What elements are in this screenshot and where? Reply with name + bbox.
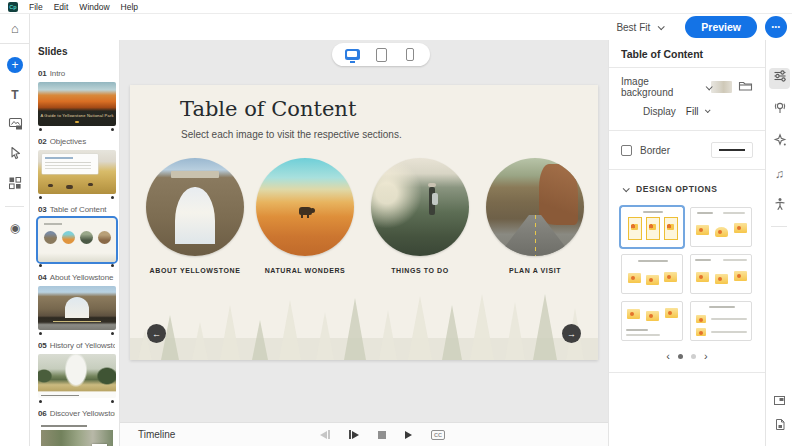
slide-number: 03 <box>38 205 47 214</box>
slide-thumbnail[interactable] <box>38 286 116 330</box>
slide-item-04[interactable]: 04About Yellowstone Nation... <box>38 273 115 335</box>
section-image-plan-a-visit[interactable] <box>486 158 584 256</box>
menu-window[interactable]: Window <box>79 2 109 12</box>
add-slide-button[interactable]: + <box>0 50 30 80</box>
record-button[interactable]: ◉ <box>0 213 30 243</box>
thumbnail-art <box>62 231 75 244</box>
timeline-bar[interactable]: Timeline CC <box>120 422 608 446</box>
chevron-down-icon[interactable] <box>658 23 665 30</box>
previous-slide-button[interactable]: ← <box>147 324 166 343</box>
widgets-tool-button[interactable] <box>0 170 30 200</box>
pager-dot[interactable] <box>691 354 696 359</box>
notes-icon <box>774 417 786 435</box>
menu-edit[interactable]: Edit <box>54 2 69 12</box>
slide-label: 06Discover Yellowstone <box>38 409 115 419</box>
image-art <box>539 164 578 225</box>
thumbnail-handles <box>38 196 115 199</box>
play-button[interactable] <box>405 431 412 439</box>
menu-help[interactable]: Help <box>121 2 138 12</box>
panel-toggle-button[interactable] <box>766 390 792 414</box>
pager-prev-icon[interactable]: ‹ <box>666 351 670 362</box>
slide-label: 01Intro <box>38 69 115 79</box>
home-icon: ⌂ <box>11 22 19 35</box>
home-button[interactable]: ⌂ <box>0 14 30 44</box>
border-section: Border <box>609 131 765 170</box>
slide-label: 05History of Yellowstone <box>38 341 115 351</box>
desktop-view-button[interactable] <box>342 45 362 65</box>
image-background-section: Image background Display Fill <box>609 68 765 131</box>
design-option-4[interactable] <box>690 254 752 294</box>
design-option-5[interactable] <box>621 301 683 341</box>
design-option-1-selected[interactable] <box>621 207 683 247</box>
design-option-6[interactable] <box>690 301 752 341</box>
section-image-natural-wonders[interactable] <box>256 158 354 256</box>
thumbnail-art <box>44 231 57 244</box>
design-option-2[interactable] <box>690 207 752 247</box>
slide-number: 06 <box>38 409 47 418</box>
panel-title-text: Table of Content <box>621 48 703 60</box>
preview-button[interactable]: Preview <box>685 16 757 38</box>
design-option-3[interactable] <box>621 254 683 294</box>
thumbnail-art <box>80 231 93 244</box>
slide-heading[interactable]: Table of Content <box>180 97 356 121</box>
tablet-view-button[interactable] <box>371 45 391 65</box>
cc-icon: CC <box>431 430 445 440</box>
section-image-about-yellowstone[interactable] <box>146 158 244 256</box>
image-art <box>299 207 312 215</box>
image-art <box>171 171 218 178</box>
slide-thumbnail[interactable] <box>38 354 116 398</box>
zoom-fit-dropdown[interactable]: Best Fit <box>616 22 650 33</box>
tablet-icon <box>376 48 387 62</box>
display-mode-dropdown[interactable]: Fill <box>686 106 699 117</box>
canvas-workspace: Table of Content Select each image to vi… <box>120 40 608 422</box>
slide-thumbnail[interactable] <box>38 422 116 446</box>
border-style-swatch[interactable] <box>711 142 753 158</box>
text-tool-button[interactable]: T <box>0 80 30 110</box>
pager-dot-active[interactable] <box>678 354 683 359</box>
folder-icon[interactable] <box>738 80 753 94</box>
chevron-down-icon[interactable] <box>623 185 630 192</box>
thumbnail-handles <box>38 264 115 267</box>
step-forward-button[interactable] <box>349 430 359 439</box>
monitor-icon <box>345 49 360 60</box>
slide-canvas[interactable]: Table of Content Select each image to vi… <box>130 85 598 360</box>
step-back-button[interactable] <box>320 430 330 439</box>
slide-number: 01 <box>38 69 47 78</box>
thumbnail-art <box>65 297 89 318</box>
slide-thumbnail[interactable] <box>38 150 116 194</box>
slide-item-06[interactable]: 06Discover Yellowstone <box>38 409 115 446</box>
slide-title: History of Yellowstone <box>50 341 115 350</box>
properties-tab-button[interactable] <box>766 62 792 94</box>
tree-silhouette-art <box>130 288 598 360</box>
slide-thumbnail[interactable] <box>38 218 116 262</box>
background-image-preview[interactable] <box>711 81 732 93</box>
chevron-down-icon[interactable] <box>704 107 710 113</box>
slide-item-03-selected[interactable]: 03Table of Content <box>38 205 115 267</box>
effects-tab-button[interactable] <box>766 126 792 158</box>
mobile-view-button[interactable] <box>400 45 420 65</box>
slide-thumbnail[interactable]: A Guide to Yellowstone National Park <box>38 82 116 126</box>
notes-button[interactable] <box>766 414 792 438</box>
accessibility-tab-button[interactable] <box>766 190 792 222</box>
media-tool-button[interactable] <box>0 110 30 140</box>
slide-item-05[interactable]: 05History of Yellowstone <box>38 341 115 403</box>
next-slide-button[interactable]: → <box>562 324 581 343</box>
closed-captions-button[interactable]: CC <box>431 430 445 440</box>
slide-item-01[interactable]: 01Intro A Guide to Yellowstone National … <box>38 69 115 131</box>
thumbnail-art <box>75 121 79 124</box>
stop-button[interactable] <box>378 431 386 439</box>
border-checkbox[interactable] <box>621 145 632 156</box>
interactions-tab-button[interactable] <box>766 94 792 126</box>
more-options-button[interactable]: ••• <box>765 16 787 38</box>
section-image-things-to-do[interactable] <box>371 158 469 256</box>
interactions-tool-button[interactable] <box>0 140 30 170</box>
slide-title: Table of Content <box>50 205 107 214</box>
slide-item-02[interactable]: 02Objectives <box>38 137 115 199</box>
thumbnail-art <box>41 425 87 427</box>
slide-subheading[interactable]: Select each image to visit the respectiv… <box>181 129 402 140</box>
pager-next-icon[interactable]: › <box>704 351 708 362</box>
menu-file[interactable]: File <box>29 2 43 12</box>
slide-title: Discover Yellowstone <box>50 409 115 418</box>
left-toolbar: ⌂ + T ◉ <box>0 14 30 446</box>
audio-tab-button[interactable]: ♫ <box>766 158 792 190</box>
